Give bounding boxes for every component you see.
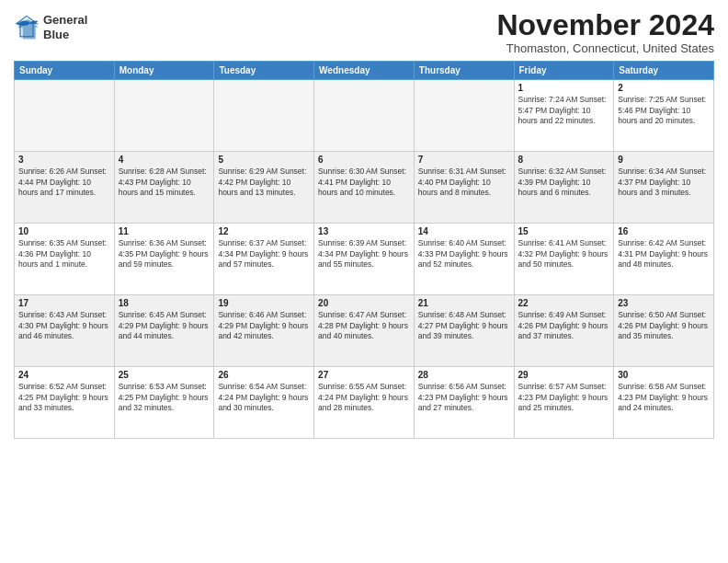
calendar-cell: 4Sunrise: 6:28 AM Sunset: 4:43 PM Daylig…	[114, 152, 214, 224]
day-info: Sunrise: 6:48 AM Sunset: 4:27 PM Dayligh…	[418, 310, 510, 341]
calendar-cell: 27Sunrise: 6:55 AM Sunset: 4:24 PM Dayli…	[314, 367, 415, 439]
day-number: 11	[119, 226, 210, 236]
calendar-week-5: 24Sunrise: 6:52 AM Sunset: 4:25 PM Dayli…	[15, 367, 714, 439]
logo-icon	[14, 15, 40, 40]
calendar-cell: 11Sunrise: 6:36 AM Sunset: 4:35 PM Dayli…	[114, 224, 214, 295]
calendar-cell: 15Sunrise: 6:41 AM Sunset: 4:32 PM Dayli…	[514, 224, 614, 295]
calendar-cell: 2Sunrise: 7:25 AM Sunset: 5:46 PM Daylig…	[614, 80, 714, 152]
page: General Blue November 2024 Thomaston, Co…	[0, 0, 728, 563]
calendar-cell: 3Sunrise: 6:26 AM Sunset: 4:44 PM Daylig…	[15, 152, 115, 224]
calendar-cell: 30Sunrise: 6:58 AM Sunset: 4:23 PM Dayli…	[614, 367, 714, 439]
day-number: 4	[119, 155, 210, 165]
calendar-week-1: 1Sunrise: 7:24 AM Sunset: 5:47 PM Daylig…	[15, 80, 714, 152]
day-number: 22	[518, 298, 610, 308]
day-info: Sunrise: 6:39 AM Sunset: 4:34 PM Dayligh…	[318, 238, 410, 270]
calendar-cell: 6Sunrise: 6:30 AM Sunset: 4:41 PM Daylig…	[314, 152, 415, 224]
day-number: 29	[518, 370, 610, 380]
day-number: 21	[418, 298, 510, 308]
day-number: 19	[218, 298, 310, 308]
day-info: Sunrise: 6:35 AM Sunset: 4:36 PM Dayligh…	[18, 238, 110, 270]
day-info: Sunrise: 6:45 AM Sunset: 4:29 PM Dayligh…	[119, 310, 210, 341]
day-number: 17	[18, 298, 110, 308]
calendar-body: 1Sunrise: 7:24 AM Sunset: 5:47 PM Daylig…	[15, 80, 714, 439]
calendar-cell: 28Sunrise: 6:56 AM Sunset: 4:23 PM Dayli…	[414, 367, 514, 439]
calendar-cell: 16Sunrise: 6:42 AM Sunset: 4:31 PM Dayli…	[614, 224, 714, 295]
day-number: 7	[418, 155, 510, 165]
header: General Blue November 2024 Thomaston, Co…	[14, 9, 714, 55]
calendar-cell: 12Sunrise: 6:37 AM Sunset: 4:34 PM Dayli…	[214, 224, 314, 295]
calendar-cell: 17Sunrise: 6:43 AM Sunset: 4:30 PM Dayli…	[15, 295, 115, 367]
day-number: 9	[618, 155, 710, 165]
day-number: 1	[518, 83, 610, 93]
day-info: Sunrise: 6:58 AM Sunset: 4:23 PM Dayligh…	[618, 382, 710, 413]
day-info: Sunrise: 6:56 AM Sunset: 4:23 PM Dayligh…	[418, 382, 510, 413]
day-number: 20	[318, 298, 410, 308]
col-tuesday: Tuesday	[214, 62, 314, 80]
col-friday: Friday	[514, 62, 614, 80]
calendar-cell	[214, 80, 314, 152]
day-info: Sunrise: 6:36 AM Sunset: 4:35 PM Dayligh…	[119, 238, 210, 270]
day-number: 13	[318, 226, 410, 236]
calendar-cell: 9Sunrise: 6:34 AM Sunset: 4:37 PM Daylig…	[614, 152, 714, 224]
day-number: 27	[318, 370, 410, 380]
calendar: Sunday Monday Tuesday Wednesday Thursday…	[14, 61, 714, 439]
day-number: 23	[618, 298, 710, 308]
day-info: Sunrise: 6:42 AM Sunset: 4:31 PM Dayligh…	[618, 238, 710, 270]
calendar-cell: 10Sunrise: 6:35 AM Sunset: 4:36 PM Dayli…	[15, 224, 115, 295]
calendar-cell: 5Sunrise: 6:29 AM Sunset: 4:42 PM Daylig…	[214, 152, 314, 224]
day-info: Sunrise: 6:52 AM Sunset: 4:25 PM Dayligh…	[18, 382, 110, 413]
day-info: Sunrise: 7:24 AM Sunset: 5:47 PM Dayligh…	[518, 95, 610, 126]
location: Thomaston, Connecticut, United States	[496, 41, 714, 55]
day-info: Sunrise: 6:32 AM Sunset: 4:39 PM Dayligh…	[518, 167, 610, 198]
calendar-cell: 13Sunrise: 6:39 AM Sunset: 4:34 PM Dayli…	[314, 224, 415, 295]
calendar-cell	[114, 80, 214, 152]
col-wednesday: Wednesday	[314, 62, 415, 80]
day-info: Sunrise: 6:43 AM Sunset: 4:30 PM Dayligh…	[18, 310, 110, 341]
day-info: Sunrise: 6:57 AM Sunset: 4:23 PM Dayligh…	[518, 382, 610, 413]
day-info: Sunrise: 6:41 AM Sunset: 4:32 PM Dayligh…	[518, 238, 610, 270]
day-number: 15	[518, 226, 610, 236]
day-info: Sunrise: 6:53 AM Sunset: 4:25 PM Dayligh…	[119, 382, 210, 413]
day-number: 18	[119, 298, 210, 308]
logo-text: General Blue	[43, 13, 87, 41]
logo-line1: General	[43, 13, 87, 28]
day-number: 12	[218, 226, 310, 236]
day-number: 14	[418, 226, 510, 236]
day-number: 2	[618, 83, 710, 93]
header-row: Sunday Monday Tuesday Wednesday Thursday…	[15, 62, 714, 80]
day-info: Sunrise: 6:47 AM Sunset: 4:28 PM Dayligh…	[318, 310, 410, 341]
day-info: Sunrise: 6:26 AM Sunset: 4:44 PM Dayligh…	[18, 167, 110, 198]
day-info: Sunrise: 6:30 AM Sunset: 4:41 PM Dayligh…	[318, 167, 410, 198]
day-number: 16	[618, 226, 710, 236]
day-number: 8	[518, 155, 610, 165]
calendar-cell: 29Sunrise: 6:57 AM Sunset: 4:23 PM Dayli…	[514, 367, 614, 439]
day-info: Sunrise: 6:50 AM Sunset: 4:26 PM Dayligh…	[618, 310, 710, 341]
day-number: 28	[418, 370, 510, 380]
logo-line2: Blue	[43, 28, 87, 42]
calendar-week-2: 3Sunrise: 6:26 AM Sunset: 4:44 PM Daylig…	[15, 152, 714, 224]
calendar-cell: 25Sunrise: 6:53 AM Sunset: 4:25 PM Dayli…	[114, 367, 214, 439]
day-number: 24	[18, 370, 110, 380]
logo: General Blue	[14, 13, 87, 41]
day-info: Sunrise: 6:54 AM Sunset: 4:24 PM Dayligh…	[218, 382, 310, 413]
day-info: Sunrise: 6:55 AM Sunset: 4:24 PM Dayligh…	[318, 382, 410, 413]
day-number: 30	[618, 370, 710, 380]
calendar-week-3: 10Sunrise: 6:35 AM Sunset: 4:36 PM Dayli…	[15, 224, 714, 295]
calendar-cell	[314, 80, 415, 152]
calendar-cell: 7Sunrise: 6:31 AM Sunset: 4:40 PM Daylig…	[414, 152, 514, 224]
day-info: Sunrise: 6:46 AM Sunset: 4:29 PM Dayligh…	[218, 310, 310, 341]
calendar-header: Sunday Monday Tuesday Wednesday Thursday…	[15, 62, 714, 80]
calendar-cell: 18Sunrise: 6:45 AM Sunset: 4:29 PM Dayli…	[114, 295, 214, 367]
calendar-cell: 21Sunrise: 6:48 AM Sunset: 4:27 PM Dayli…	[414, 295, 514, 367]
calendar-cell	[15, 80, 115, 152]
col-saturday: Saturday	[614, 62, 714, 80]
day-info: Sunrise: 6:28 AM Sunset: 4:43 PM Dayligh…	[119, 167, 210, 198]
calendar-week-4: 17Sunrise: 6:43 AM Sunset: 4:30 PM Dayli…	[15, 295, 714, 367]
calendar-cell: 23Sunrise: 6:50 AM Sunset: 4:26 PM Dayli…	[614, 295, 714, 367]
day-number: 26	[218, 370, 310, 380]
title-block: November 2024 Thomaston, Connecticut, Un…	[496, 9, 714, 55]
col-thursday: Thursday	[414, 62, 514, 80]
calendar-cell: 20Sunrise: 6:47 AM Sunset: 4:28 PM Dayli…	[314, 295, 415, 367]
calendar-cell	[414, 80, 514, 152]
calendar-cell: 8Sunrise: 6:32 AM Sunset: 4:39 PM Daylig…	[514, 152, 614, 224]
